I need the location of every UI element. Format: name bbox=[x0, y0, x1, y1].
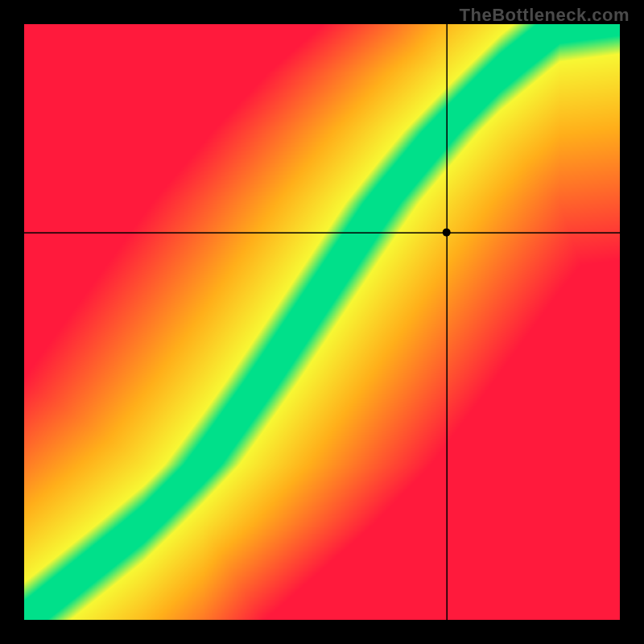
bottleneck-heatmap: TheBottleneck.com bbox=[0, 0, 644, 644]
heatmap-canvas bbox=[24, 24, 620, 620]
watermark-text: TheBottleneck.com bbox=[460, 5, 630, 26]
